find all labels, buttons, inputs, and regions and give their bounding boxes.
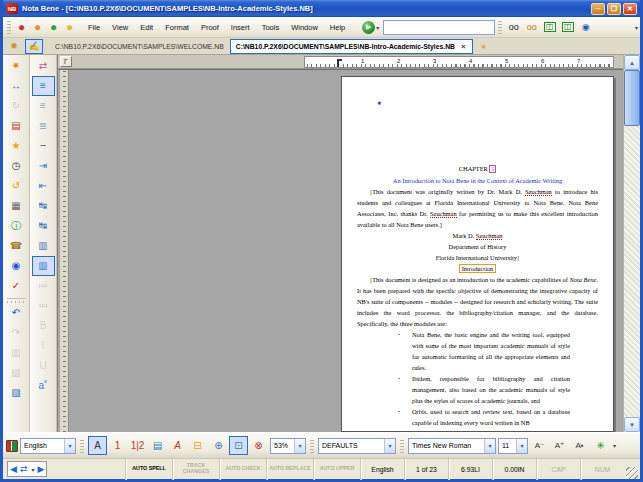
search-book-icon[interactable]: ◫ [559,19,576,35]
chevron-down-icon[interactable]: ▾ [376,24,379,31]
search-document-icon[interactable]: ◫ [541,19,558,35]
refresh-icon[interactable]: ↻ [5,96,28,116]
font-attribute-icon[interactable]: a˚ [32,376,55,396]
nav-swap-icon[interactable]: ⇄ [20,464,28,474]
green-sphere-icon[interactable]: ● [46,20,61,35]
sync-icon[interactable]: ↺ [5,176,28,196]
language-combo[interactable]: English ▾ [20,438,76,454]
italic-icon[interactable]: I [32,336,55,356]
spellcheck-icon[interactable]: ✓ [5,276,28,296]
scroll-down-icon[interactable]: ▼ [624,417,640,432]
red-sphere-icon[interactable]: ● [14,20,29,35]
expand-width-icon[interactable]: ↔ [5,76,28,96]
toolbar-overflow-icon[interactable]: ▾ [635,24,638,31]
document-alert-icon[interactable]: ▤ [5,116,28,136]
chevron-down-icon[interactable]: ▾ [516,439,527,453]
document-page[interactable]: ✱ CHAPTER 1An Introduction to Nota Bene … [341,76,614,432]
scroll-thumb[interactable] [624,70,640,126]
close-button[interactable]: ✕ [623,3,637,15]
document-tab[interactable]: C:\NB10.P.2X6\DOCUMENT\SAMPLES\WELCOME.N… [49,39,230,54]
page-view-icon[interactable]: A [88,436,107,455]
indent-icon[interactable]: ⇥ [32,156,55,176]
search-input[interactable] [383,20,495,35]
columns-wide-icon[interactable]: ▥ [32,256,55,276]
print-layout-icon[interactable]: ▤ [148,436,167,455]
styles-icon[interactable]: ✳ [591,436,610,455]
nav-next-icon[interactable]: ▶ [37,464,44,474]
toolbar-grip[interactable] [80,439,84,453]
close-tab-icon[interactable]: × [460,42,467,51]
chevron-down-icon[interactable]: ▾ [384,439,395,453]
left-margin-marker[interactable] [337,59,342,67]
chevron-down-icon[interactable]: ▾ [64,439,75,453]
sparkle-icon[interactable]: ✷ [5,56,28,76]
zoom-page-width-icon[interactable]: ⊡ [229,436,248,455]
line-spacing-icon[interactable]: ≡ [32,96,55,116]
zoom-out-icon[interactable]: ⊗ [249,436,268,455]
menu-item[interactable]: Proof [195,20,225,35]
toolbar-grip[interactable] [400,439,404,453]
status-toggle[interactable]: AUTO UPPER [313,459,360,480]
single-page-icon[interactable]: 1 [108,436,127,455]
orange-sphere-icon[interactable]: ● [30,20,45,35]
clock-icon[interactable]: ◷ [5,156,28,176]
redo-icon[interactable]: ↷ [5,323,28,343]
bullet-list-icon[interactable]: ≔ [32,276,55,296]
status-toggle[interactable]: TRACK CHANGES [172,459,219,480]
grow-font-icon[interactable]: A⁺ [550,436,569,455]
find-icon[interactable]: oo [505,19,522,35]
print-icon[interactable]: ▦ [5,196,28,216]
resize-grip[interactable] [626,467,638,479]
menu-item[interactable]: File [82,20,106,35]
toolbar-grip[interactable] [498,20,502,34]
zoom-combo[interactable]: 53% ▾ [270,438,306,454]
info-icon[interactable]: ⓘ [5,216,28,236]
clipboard-icon[interactable]: ▨ [5,383,28,403]
chevron-down-icon[interactable]: ▾ [484,439,495,453]
menu-item[interactable]: View [106,20,134,35]
favorites-icon[interactable]: ✶ [475,39,493,54]
paste-icon[interactable]: ▧ [5,363,28,383]
find-ideas-icon[interactable]: oo [523,19,540,35]
yellow-sphere-icon[interactable]: ● [62,20,77,35]
font-color-icon[interactable]: A▪ [570,436,589,455]
menu-item[interactable]: Edit [134,20,159,35]
ruler-corner-button[interactable]: Γ [60,56,72,67]
scroll-up-icon[interactable]: ▲ [624,55,640,70]
sparkle-icon[interactable]: ✹ [5,39,23,54]
dotted-line-icon[interactable]: ┄ [32,136,55,156]
outline-view-icon[interactable]: ⊟ [188,436,207,455]
chevron-down-icon[interactable]: ▾ [294,439,305,453]
font-size-combo[interactable]: 11 ▾ [498,438,528,454]
align-left-icon[interactable]: ≡ [32,76,55,96]
menu-item[interactable]: Help [324,20,351,35]
zoom-in-icon[interactable]: ⊕ [209,436,228,455]
minimize-button[interactable]: ─ [591,3,605,15]
margin-out-icon[interactable]: ↹ [32,216,55,236]
vertical-ruler[interactable] [60,70,69,432]
para-spacing-icon[interactable]: ≣ [32,116,55,136]
font-combo[interactable]: Times New Roman ▾ [408,438,496,454]
globe-icon[interactable]: ◉ [5,256,28,276]
undo-icon[interactable]: ↶ [5,303,28,323]
nb-sphere-icon[interactable]: ◉ [577,19,594,35]
draft-view-icon[interactable]: A [168,436,187,455]
status-toggle[interactable]: AUTO CHECK [219,459,266,480]
status-toggle[interactable]: AUTO SPELL [125,459,172,480]
go-button[interactable]: ▶ ▾ [362,21,379,34]
style-combo[interactable]: DEFAULTS ▾ [318,438,396,454]
swap-arrows-icon[interactable]: ⇄ [32,56,55,76]
vertical-scrollbar[interactable]: ▲ ▼ [623,55,640,432]
toolbar-grip[interactable] [7,20,11,34]
document-tab[interactable]: C:\NB10.P.2X6\DOCUMENT\SAMPLES\NB-Intro-… [230,39,473,54]
chevron-down-icon[interactable]: ▾ [31,466,34,473]
status-toggle[interactable]: AUTO REPLACE [266,459,313,480]
facing-pages-icon[interactable]: 1|2 [128,436,147,455]
margin-in-icon[interactable]: ↹ [32,196,55,216]
underline-icon[interactable]: U [32,356,55,376]
scroll-track[interactable] [624,70,640,417]
outdent-icon[interactable]: ⇤ [32,176,55,196]
number-list-icon[interactable]: ≕ [32,296,55,316]
horizontal-ruler[interactable]: 1234567 [304,56,614,68]
menu-item[interactable]: Format [159,20,195,35]
